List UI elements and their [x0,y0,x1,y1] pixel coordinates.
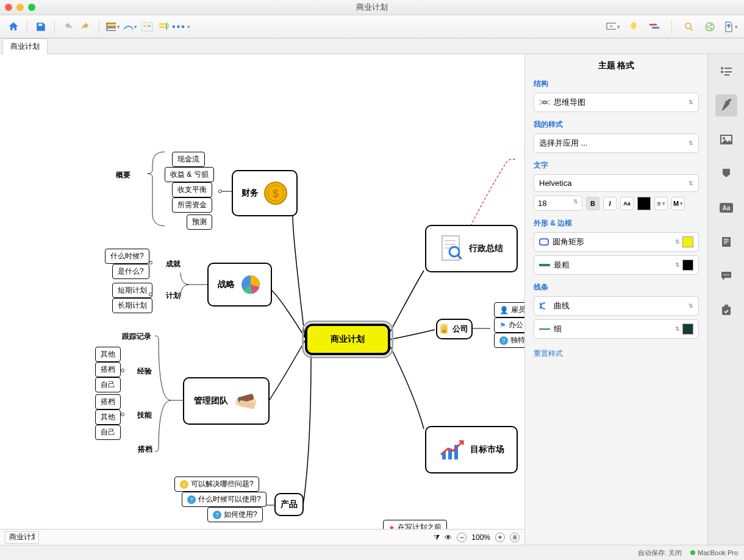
svg-rect-54 [722,307,731,315]
strategy-plan-1[interactable]: 长期计划 [112,298,152,313]
zoom-out-button[interactable]: − [457,533,467,542]
bold-button[interactable]: B [586,197,599,210]
finance-item-2[interactable]: 收支平衡 [172,182,212,197]
fit-icon[interactable]: ≡ [510,533,520,542]
flag-icon: ⚑ [499,321,506,330]
mystyle-selector[interactable]: 选择并应用 ... ⇅ [534,133,699,153]
section-mystyle: 我的样式 [534,119,699,130]
line-style-selector[interactable]: 曲线 ⇅ [534,296,699,316]
brainstorm-icon[interactable] [626,19,641,34]
product-item-2[interactable]: ?如何使用? [207,507,263,522]
line-weight-selector[interactable]: 细 ⇅ [534,319,699,339]
export-icon[interactable]: ▾ [723,19,738,34]
shape-selector[interactable]: 圆角矩形 ⇅ [534,232,699,252]
mindmap-canvas[interactable]: 商业计划 财务 $ 概要 现金流 收益 & 亏损 收支平衡 所需资金 预测 战略… [0,54,524,545]
strategy-achieve-1[interactable]: 是什么? [112,264,149,279]
tab-comments-icon[interactable] [715,265,737,287]
structure-selector[interactable]: 思维导图 ⇅ [534,93,699,112]
node-strategy[interactable]: 战略 [207,263,272,307]
filter-icon[interactable]: ⧩ [434,533,440,542]
eye-icon[interactable]: 👁 [445,533,452,542]
node-product[interactable]: 产品 [274,493,304,516]
font-selector[interactable]: Helvetica ⇅ [534,174,699,192]
team-skill-2[interactable]: 自己 [95,425,121,440]
panel-title: 主题 格式 [534,60,699,71]
node-exec-summary[interactable]: 行政总结 [425,225,518,272]
product-item-1[interactable]: ?什么时候可以使用? [182,492,266,507]
align-button[interactable]: ≡▾ [654,197,668,210]
company-item-1[interactable]: ⚑办公 [494,317,524,333]
tab-outline-icon[interactable] [715,60,737,82]
manual-button[interactable]: M▾ [671,197,685,210]
central-topic[interactable]: 商业计划 [305,324,390,355]
topic-icon[interactable]: ▾ [106,19,120,34]
redo-icon[interactable] [78,19,93,34]
svg-rect-0 [107,23,116,27]
font-size-input[interactable]: 18⇅ [534,196,582,211]
italic-button[interactable]: I [603,197,617,210]
team-skill-1[interactable]: 其他 [95,409,121,425]
thin-line-icon [539,328,550,330]
border-selector[interactable]: 最粗 ⇅ [534,255,699,275]
company-item-2[interactable]: ?独特 [494,333,524,348]
pie-chart-icon [240,274,262,296]
tab-task-icon[interactable] [715,299,737,321]
document-search-icon [440,235,464,263]
text-color-swatch[interactable] [637,197,651,210]
status-dot-icon [690,550,695,555]
thick-line-icon [539,264,550,266]
tab-format-icon[interactable] [715,94,737,116]
search-icon[interactable] [682,19,696,34]
tab-marker-icon[interactable] [715,163,737,185]
team-exp-label: 经验 [137,366,152,377]
team-skill-label: 技能 [137,410,152,420]
document-tabbar: 商业计划 [0,38,744,54]
tab-image-icon[interactable] [715,129,737,151]
shape-fill-swatch[interactable] [682,236,693,247]
chevron-updown-icon: ⇅ [689,180,693,186]
finance-item-4[interactable]: 预测 [187,214,212,230]
node-target-market[interactable]: 目标市场 [425,426,518,473]
section-text: 文字 [534,160,699,171]
chevron-updown-icon: ⇅ [689,99,693,105]
line-color-swatch[interactable] [682,324,693,335]
tab-business-plan[interactable]: 商业计划 [2,38,48,54]
boundary-tool-icon[interactable] [140,19,154,34]
text-case-button[interactable]: Aa [620,197,634,210]
device-status: MacBook Pro [690,549,738,556]
border-color-swatch[interactable] [682,260,693,271]
tab-notes-icon[interactable] [715,231,737,253]
share-icon[interactable] [703,19,717,34]
presentation-icon[interactable]: ▾ [606,19,620,34]
more-icon[interactable]: •••▾ [174,19,188,34]
finance-item-1[interactable]: 收益 & 亏损 [165,167,214,182]
team-exp-0[interactable]: 其他 [95,347,121,362]
rounded-rect-icon [539,238,549,246]
coin-icon: $ [263,181,288,205]
node-company[interactable]: 🔒 公司 [436,319,473,339]
company-item-0[interactable]: 👤雇员 [494,302,524,317]
zoom-level: 100% [471,533,490,542]
team-skill-0[interactable]: 搭档 [95,394,121,409]
hands-icon [233,388,259,414]
team-exp-1[interactable]: 搭档 [95,362,121,377]
save-icon[interactable] [34,19,48,34]
node-team[interactable]: 管理团队 [183,377,270,425]
node-finance[interactable]: 财务 $ [232,170,298,216]
relationship-icon[interactable]: ▾ [123,19,137,34]
reset-style-link[interactable]: 重置样式 [534,349,563,359]
finance-item-3[interactable]: 所需资金 [172,197,212,213]
svg-rect-48 [724,239,729,240]
team-exp-2[interactable]: 自己 [95,377,121,392]
sheet-name-input[interactable] [5,531,39,544]
tab-text-style-icon[interactable]: Aa [715,197,737,219]
zoom-in-button[interactable]: + [495,533,505,542]
product-item-0[interactable]: ☺可以解决哪些问题? [174,477,259,492]
gantt-icon[interactable] [647,19,662,34]
undo-icon[interactable] [61,19,76,34]
strategy-achieve-0[interactable]: 什么时候? [105,249,149,264]
summary-tool-icon[interactable] [157,19,171,34]
finance-item-0[interactable]: 现金流 [172,152,205,167]
strategy-plan-0[interactable]: 短期计划 [112,283,152,298]
home-icon[interactable] [6,19,21,34]
